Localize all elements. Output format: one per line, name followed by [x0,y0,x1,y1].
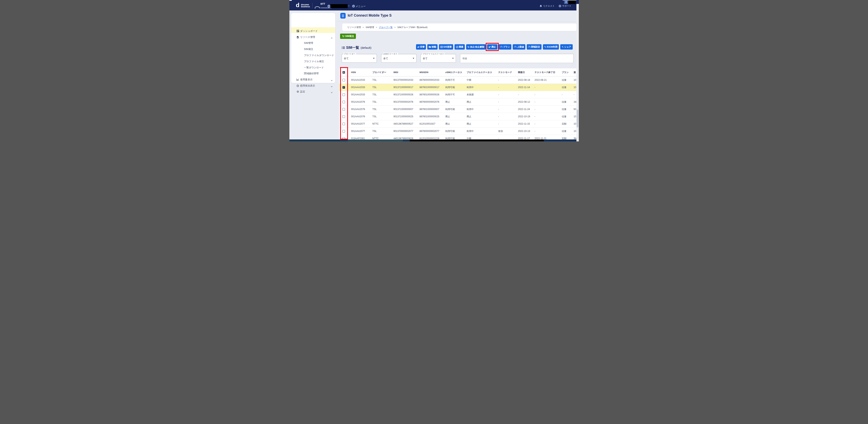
cell-imsi: 440136789000826 [391,135,417,139]
esim-status-filter-label: eSIMステータス [383,53,398,55]
bottom-scrollbar-thumb[interactable] [348,139,403,141]
support-button[interactable]: ? サポート [559,4,571,7]
toolbar-button-8[interactable]: 閉域設定 [527,44,541,50]
sidebar-item-list-download[interactable]: 一覧ダウンロード [291,64,335,70]
cell-usage: 10 [572,77,577,84]
row-checkbox[interactable] [342,137,345,140]
gear-icon: ⚙ [297,90,299,93]
vertical-scrollbar-thumb[interactable] [577,110,579,128]
sidebar-toggle-button[interactable] [340,13,346,19]
chevron-down-circle-icon[interactable] [352,5,355,7]
sidebar-item-label: リソース管理 [300,35,315,39]
table-row[interactable]: 001AAA2077NTTC44013678900052781201000192… [339,120,577,128]
cell-profile_status: 利用中 [464,84,496,91]
table-row[interactable]: 001AAA2033TSL901370000002033887600000002… [339,77,577,84]
table-row[interactable]: 001AAA2033TSL901371000000017887601000000… [339,84,577,91]
sim-order-button[interactable]: SIM発注 [340,34,356,39]
toolbar-button-3[interactable]: 開通 [455,44,465,50]
redacted-user-id [568,0,576,4]
toolbar-button-label: 移動 [432,46,436,48]
table-row[interactable]: 001AAA2077TSL901370000002077887600000002… [339,128,577,135]
toolbar-button-6[interactable]: プラン [499,44,511,50]
breadcrumb-item-resource-management: リソース管理 [347,26,361,29]
cell-profile_status: 未開通 [464,91,496,98]
profile-status-filter-label: プロファイルステータス [422,53,445,55]
cell-msisdn: 887600000002033 [417,77,443,84]
cell-hsn: 001AAA2033 [348,91,370,98]
toolbar-button-4[interactable]: ↻休止/休止解除 [466,44,486,50]
chevron-down-circle-icon[interactable] [328,5,330,7]
grid-icon [297,30,299,32]
table-row[interactable]: 001AAA2033TSL901371000000026887601000000… [339,91,577,98]
cell-test_end_date: - [532,98,559,106]
sidebar-item-usage-display[interactable]: 使用量表示 [291,77,335,83]
search-input[interactable] [460,54,574,63]
toolbar-button-0[interactable]: ⇄切替 [416,44,426,50]
row-checkbox-cell [339,128,348,135]
toolbar-button-2[interactable]: EIS更新 [439,44,453,50]
request-button[interactable]: リクエスト [539,4,555,7]
sidebar-item-label: 設定 [300,90,305,93]
sim-table: HSNプロバイダーIMSIMSISDNeSIMステータスプロファイルステータステ… [339,68,577,139]
toolbar-button-7[interactable]: 上限値 [513,44,525,50]
table-row[interactable]: 001AAA2076TSL901371000000007887601000000… [339,106,577,113]
profile-status-filter-select[interactable]: プロファイルステータス 全て [421,54,456,63]
row-checkbox[interactable] [342,115,345,118]
row-checkbox[interactable] [342,130,345,133]
chevron-down-icon [331,85,333,88]
row-checkbox-cell [339,106,348,113]
row-checkbox[interactable] [342,79,345,81]
bottom-scrollbar-track[interactable] [403,139,410,141]
question-icon: ? [559,5,561,7]
toolbar-button-9[interactable]: ✎ICGW利用 [543,44,559,50]
sidebar-item-settings[interactable]: ⚙ 設定 [291,89,335,94]
sidebar-item-dashboard[interactable]: ダッシュボード [291,28,335,34]
row-checkbox-cell [339,113,348,120]
toolbar-button-10[interactable]: ✎シェア [560,44,572,50]
table-row[interactable]: 001AAA2076TSL901371000000025887601000000… [339,113,577,120]
cell-provider: TSL [370,77,391,84]
row-checkbox[interactable] [342,101,345,103]
column-header-7: テストモード [496,68,516,76]
sidebar-item-sim-management[interactable]: SIM管理 [291,40,335,46]
vertical-scrollbar[interactable] [577,4,579,139]
bottom-scrollbar-dark-segment[interactable] [410,139,544,141]
cell-esim_status: 利用可能 [443,128,464,135]
breadcrumb: リソース管理 > SIM管理 > グループ一覧 > SIMグループSIM一覧(d… [342,24,577,31]
history-icon [297,85,299,87]
sidebar-item-processing-status[interactable]: 処理状況表示 [291,83,335,89]
header-divider [337,22,577,22]
cell-test_mode: - [496,106,516,113]
sidebar-item-sim-order[interactable]: SIM発注 [291,46,335,52]
esim-status-filter-select[interactable]: eSIMステータス 全て [381,54,416,63]
breadcrumb-link-group-list[interactable]: グループ一覧 [379,26,393,29]
provider-filter-select[interactable]: プロバイダー 全て [342,54,377,63]
cell-hsn: 001AAA2076 [348,98,370,106]
select-all-checkbox[interactable] [342,71,345,74]
row-checkbox[interactable] [342,93,345,96]
toolbar-button-5[interactable]: 廃止 [487,44,497,50]
cell-test_mode: - [496,120,516,128]
bottom-scrollbar-track[interactable] [289,139,348,141]
row-checkbox[interactable] [342,108,345,111]
cell-hsn: 001AAA2076 [348,113,370,120]
toolbar-button-1[interactable]: 移動 [427,44,438,50]
menu-button[interactable]: メニュー [356,5,366,8]
table-row[interactable]: 001AAA2076TSL901370000002076887600000002… [339,98,577,106]
row-checkbox[interactable] [342,123,345,125]
cell-test_end_date: - [532,120,559,128]
sidebar-item-profile-download[interactable]: プロファイルダウンロード [291,52,335,58]
sidebar-item-profile-order[interactable]: プロファイル発注 [291,58,335,64]
sidebar: ダッシュボード リソース管理 SIM管理 SIM発注 プロファイルダウンロード … [291,13,335,83]
row-checkbox[interactable] [342,86,345,89]
user-account-button[interactable] [564,0,568,4]
cell-esim_status: 廃止 [443,113,464,120]
sidebar-item-resource-management[interactable]: リソース管理 [291,34,335,40]
bottom-scrollbar-track[interactable] [544,139,579,141]
column-header-5: eSIMステータス [443,68,464,76]
row-checkbox-cell [339,91,348,98]
chevron-down-icon [331,79,333,82]
table-row[interactable]: 013AAF0381NTTC44013678900082681201000000… [339,135,577,139]
sidebar-item-closed-network-management[interactable]: 閉域接続管理 [291,70,335,77]
cell-plan: 従量 [559,84,572,91]
